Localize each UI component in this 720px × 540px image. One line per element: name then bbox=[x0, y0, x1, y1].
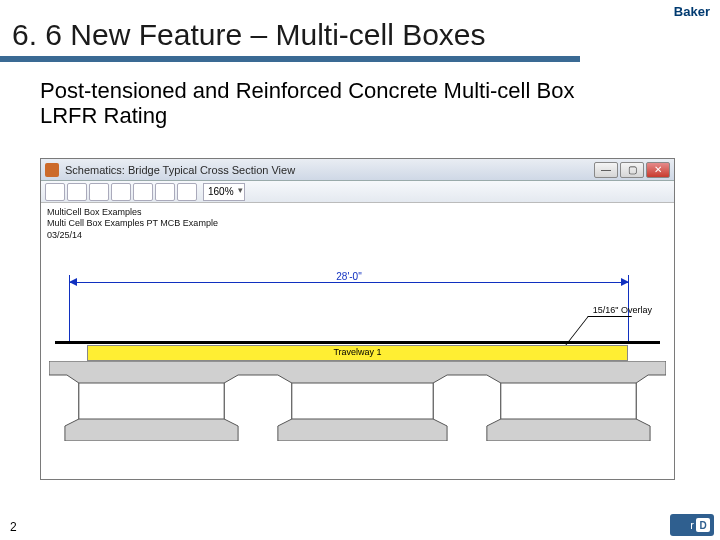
cross-section: Travelway 1 bbox=[55, 331, 660, 451]
span-dimension: 28'-0" bbox=[69, 275, 629, 289]
app-icon bbox=[45, 163, 59, 177]
page-number: 2 bbox=[10, 520, 17, 534]
travelway-label: Travelway 1 bbox=[88, 347, 627, 357]
grid-icon[interactable] bbox=[155, 183, 175, 201]
app-toolbar: 160% bbox=[41, 181, 674, 203]
meta-line-2: Multi Cell Box Examples PT MCB Example bbox=[47, 218, 218, 229]
overlay-label: 15/16" Overlay bbox=[593, 305, 652, 315]
minimize-button[interactable]: — bbox=[594, 162, 618, 178]
slide-title-bar: 6. 6 New Feature – Multi-cell Boxes bbox=[0, 14, 720, 56]
drawing-meta: MultiCell Box Examples Multi Cell Box Ex… bbox=[47, 207, 218, 241]
drawing-canvas: MultiCell Box Examples Multi Cell Box Ex… bbox=[41, 203, 674, 479]
app-titlebar: Schematics: Bridge Typical Cross Section… bbox=[41, 159, 674, 181]
close-button[interactable]: ✕ bbox=[646, 162, 670, 178]
meta-line-1: MultiCell Box Examples bbox=[47, 207, 218, 218]
svg-rect-0 bbox=[79, 383, 224, 419]
svg-rect-2 bbox=[501, 383, 636, 419]
fit-icon[interactable] bbox=[133, 183, 153, 201]
footer-logo-d: D bbox=[696, 518, 710, 532]
title-underline bbox=[0, 56, 580, 62]
travelway-strip: Travelway 1 bbox=[87, 345, 628, 361]
window-controls: — ▢ ✕ bbox=[594, 162, 670, 178]
zoom-in-icon[interactable] bbox=[89, 183, 109, 201]
slide-subtitle: Post-tensioned and Reinforced Concrete M… bbox=[40, 78, 600, 129]
multicell-box-beam bbox=[49, 361, 666, 441]
meta-line-3: 03/25/14 bbox=[47, 230, 218, 241]
span-dimension-label: 28'-0" bbox=[332, 271, 365, 282]
layers-icon[interactable] bbox=[177, 183, 197, 201]
cursor-icon[interactable] bbox=[67, 183, 87, 201]
zoom-select[interactable]: 160% bbox=[203, 183, 245, 201]
deck-top-line bbox=[55, 341, 660, 344]
svg-rect-1 bbox=[292, 383, 433, 419]
footer-logo: r D bbox=[670, 514, 714, 536]
app-window: Schematics: Bridge Typical Cross Section… bbox=[40, 158, 675, 480]
slide-title: 6. 6 New Feature – Multi-cell Boxes bbox=[12, 18, 486, 51]
print-icon[interactable] bbox=[45, 183, 65, 201]
app-window-title: Schematics: Bridge Typical Cross Section… bbox=[65, 164, 295, 176]
maximize-button[interactable]: ▢ bbox=[620, 162, 644, 178]
footer-logo-r: r bbox=[690, 519, 694, 531]
zoom-out-icon[interactable] bbox=[111, 183, 131, 201]
